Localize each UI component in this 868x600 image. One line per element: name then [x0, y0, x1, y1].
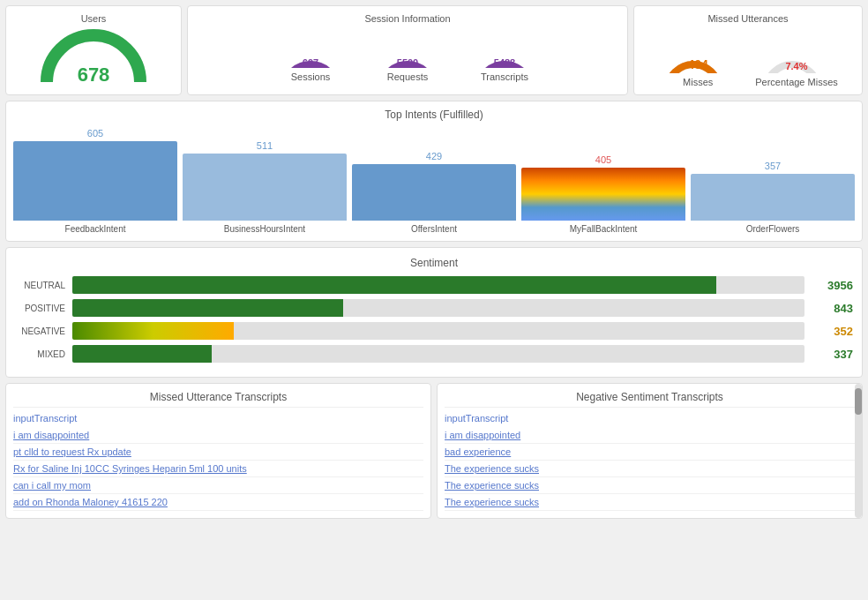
- intent-value-2: 429: [426, 151, 442, 161]
- missed-col-header: inputTranscript: [13, 413, 423, 424]
- intent-label-0: FeedbackIntent: [65, 224, 126, 234]
- pct-misses-item: 7.4% Percentage Misses: [755, 29, 838, 87]
- negative-link-2[interactable]: The experience sucks: [445, 461, 855, 477]
- sentiment-row-neutral: NEUTRAL 3956: [15, 276, 853, 294]
- users-card: Users 678: [5, 5, 182, 95]
- missed-title: Missed Utterances: [641, 13, 855, 24]
- intent-label-1: BusinessHoursIntent: [224, 224, 305, 234]
- sentiment-row-positive: POSITIVE 843: [15, 299, 853, 317]
- negative-link-4[interactable]: The experience sucks: [445, 494, 855, 511]
- pct-misses-label: Percentage Misses: [755, 77, 838, 87]
- sentiment-count-positive: 843: [804, 302, 853, 315]
- sentiment-count-mixed: 337: [804, 348, 853, 361]
- intent-label-4: OrderFlowers: [746, 224, 800, 234]
- users-gauge: 678: [41, 29, 146, 86]
- negative-transcripts-panel: Negative Sentiment Transcripts inputTran…: [437, 383, 863, 519]
- pct-misses-gauge: 7.4%: [757, 29, 836, 73]
- requests-gauge-value: 5500: [397, 57, 418, 68]
- intents-bars: 605 FeedbackIntent 511 BusinessHoursInte…: [13, 128, 855, 234]
- top-row: Users 678 Session Information 697: [5, 5, 863, 95]
- bottom-row: Missed Utterance Transcripts inputTransc…: [5, 383, 863, 519]
- intent-label-2: OffersIntent: [411, 224, 457, 234]
- missed-transcripts-title: Missed Utterance Transcripts: [13, 391, 423, 408]
- misses-item: 404 Misses: [658, 29, 737, 87]
- sentiment-bar-neutral: [72, 276, 716, 294]
- intent-col-0: 605 FeedbackIntent: [13, 128, 177, 234]
- missed-link-3[interactable]: can i call my mom: [13, 477, 423, 494]
- negative-link-0[interactable]: i am disappointed: [445, 427, 855, 444]
- sentiment-bar-mixed: [72, 345, 212, 363]
- intent-bar-4: [691, 174, 855, 221]
- sentiment-bar-bg-positive: [72, 299, 804, 317]
- sessions-item: 697 Sessions: [275, 29, 346, 82]
- session-card: Session Information 697 Sessions: [187, 5, 628, 95]
- missed-utterances-card: Missed Utterances 404 Misses: [633, 5, 863, 95]
- sentiment-bar-bg-negative: [72, 322, 804, 340]
- transcripts-item: 5488 Transcripts: [469, 29, 540, 82]
- transcripts-gauge-value: 5488: [494, 57, 515, 68]
- scrollbar-track: [855, 384, 862, 518]
- sentiment-bar-bg-neutral: [72, 276, 804, 294]
- misses-value: 404: [688, 57, 708, 71]
- sentiment-count-neutral: 3956: [804, 279, 853, 292]
- missed-link-0[interactable]: i am disappointed: [13, 427, 423, 444]
- session-items: 697 Sessions 5500 Requests: [195, 29, 620, 82]
- sessions-gauge: 697: [275, 29, 346, 68]
- missed-items: 404 Misses 7.4% Percentage Misses: [641, 29, 855, 87]
- session-title: Session Information: [195, 13, 620, 24]
- intent-value-4: 357: [765, 161, 781, 171]
- negative-col-header: inputTranscript: [445, 413, 855, 424]
- sentiment-bar-bg-mixed: [72, 345, 804, 363]
- requests-item: 5500 Requests: [372, 29, 443, 82]
- sentiment-label-positive: POSITIVE: [15, 304, 72, 313]
- sentiment-card: Sentiment NEUTRAL 3956 POSITIVE 843 NEGA…: [5, 247, 863, 378]
- sentiment-bar-negative: [72, 322, 234, 340]
- intent-label-3: MyFallBackIntent: [570, 224, 638, 234]
- intents-title: Top Intents (Fulfilled): [13, 109, 855, 121]
- sentiment-row-mixed: MIXED 337: [15, 345, 853, 363]
- sentiment-bar-positive: [72, 299, 343, 317]
- sentiment-label-negative: NEGATIVE: [15, 326, 72, 336]
- dashboard: Users 678 Session Information 697: [0, 0, 868, 600]
- missed-link-4[interactable]: add on Rhonda Maloney 41615 220: [13, 494, 423, 511]
- missed-link-2[interactable]: Rx for Saline Inj 10CC Syringes Heparin …: [13, 461, 423, 477]
- users-title: Users: [13, 13, 174, 24]
- sessions-gauge-value: 697: [303, 57, 318, 68]
- intent-value-3: 405: [595, 154, 611, 165]
- misses-gauge: 404: [658, 29, 737, 73]
- sentiment-count-negative: 352: [804, 325, 853, 338]
- pct-misses-value: 7.4%: [785, 61, 807, 71]
- intent-value-1: 511: [257, 140, 273, 151]
- sentiment-label-neutral: NEUTRAL: [15, 281, 72, 290]
- requests-gauge: 5500: [372, 29, 443, 68]
- intents-card: Top Intents (Fulfilled) 605 FeedbackInte…: [5, 101, 863, 242]
- users-value: 678: [78, 64, 110, 86]
- intent-col-4: 357 OrderFlowers: [691, 161, 855, 234]
- intent-bar-3: [521, 168, 685, 221]
- missed-transcripts-panel: Missed Utterance Transcripts inputTransc…: [5, 383, 431, 519]
- transcripts-gauge: 5488: [469, 29, 540, 68]
- scrollbar-thumb[interactable]: [855, 388, 862, 415]
- sentiment-row-negative: NEGATIVE 352: [15, 322, 853, 340]
- intent-bar-1: [183, 154, 347, 221]
- transcripts-label: Transcripts: [469, 71, 540, 82]
- intent-value-0: 605: [87, 128, 103, 139]
- negative-link-3[interactable]: The experience sucks: [445, 477, 855, 494]
- negative-transcripts-title: Negative Sentiment Transcripts: [445, 391, 855, 408]
- intent-col-2: 429 OffersIntent: [352, 151, 516, 234]
- misses-label: Misses: [658, 77, 737, 87]
- missed-link-1[interactable]: pt clld to request Rx update: [13, 444, 423, 461]
- requests-label: Requests: [372, 71, 443, 82]
- intent-bar-0: [13, 141, 177, 221]
- sentiment-label-mixed: MIXED: [15, 349, 72, 359]
- intent-bar-2: [352, 164, 516, 221]
- intent-col-1: 511 BusinessHoursIntent: [183, 140, 347, 234]
- sessions-label: Sessions: [275, 71, 346, 82]
- sentiment-title: Sentiment: [15, 257, 853, 269]
- intent-col-3: 405 MyFallBackIntent: [521, 154, 685, 234]
- negative-link-1[interactable]: bad experience: [445, 444, 855, 461]
